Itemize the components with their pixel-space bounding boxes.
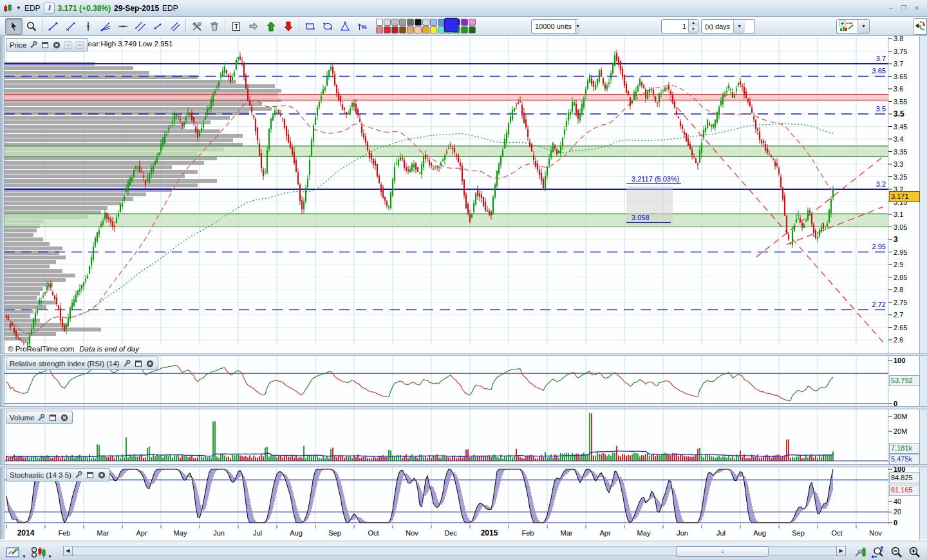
- color-swatch[interactable]: [407, 26, 414, 33]
- color-swatch[interactable]: [391, 19, 398, 26]
- settings-tools-tool-button[interactable]: [188, 18, 205, 35]
- color-swatch[interactable]: [407, 19, 414, 26]
- arrow-right-tool-button[interactable]: [245, 18, 262, 35]
- add-indicator-button[interactable]: ▼: [836, 19, 870, 33]
- stochastic-panel-title: Stochastic (14 3 5): [10, 471, 71, 479]
- close-icon[interactable]: [60, 413, 69, 422]
- parallel-lines-tool-button[interactable]: [166, 18, 183, 35]
- selected-color-swatch[interactable]: [444, 18, 458, 32]
- units-select[interactable]: 10000 units▼: [531, 19, 579, 33]
- sidebar-toggle-button[interactable]: [913, 18, 927, 35]
- info-icon[interactable]: i: [44, 3, 55, 14]
- arrow-up-icon: [265, 21, 277, 32]
- color-swatch[interactable]: [376, 19, 383, 26]
- arrow-down-tool-button[interactable]: [279, 18, 297, 35]
- scrollbar-track[interactable]: ≡: [73, 546, 836, 556]
- pointer-tool-button[interactable]: [5, 18, 23, 35]
- color-swatch[interactable]: [376, 26, 383, 33]
- pointer-icon: [8, 21, 20, 32]
- scroll-right-icon[interactable]: ▶: [836, 546, 846, 556]
- window-icon[interactable]: [134, 359, 143, 368]
- channel-tool-button[interactable]: [131, 18, 149, 35]
- window-controls: –❐✕: [886, 4, 927, 13]
- scroll-left-icon[interactable]: ◀: [63, 546, 73, 556]
- wrench-icon[interactable]: [122, 359, 131, 368]
- svg-text:3.55: 3.55: [894, 98, 907, 106]
- scrollbar-thumb[interactable]: ≡: [676, 546, 769, 557]
- arrow-up-tool-button[interactable]: [262, 18, 279, 35]
- color-swatch[interactable]: [430, 26, 437, 33]
- move-panel-up-icon[interactable]: [75, 41, 84, 49]
- color-swatch[interactable]: [422, 26, 429, 33]
- short-segment-tool-button[interactable]: [149, 18, 166, 35]
- period-count-stepper[interactable]: 1▲▼: [661, 19, 698, 33]
- svg-text:3.25: 3.25: [894, 173, 907, 181]
- volume-panel-header: Volume: [6, 411, 73, 424]
- color-swatch[interactable]: [415, 26, 422, 33]
- color-swatch[interactable]: [399, 19, 406, 26]
- color-swatch[interactable]: [422, 19, 429, 26]
- wrench-icon[interactable]: [37, 413, 46, 422]
- window-icon[interactable]: [48, 413, 57, 422]
- copyright-note: © ProRealTime.comData is end of day: [8, 345, 139, 353]
- trash-tool-button[interactable]: [205, 18, 223, 35]
- color-swatch[interactable]: [391, 26, 398, 33]
- zoom-in-icon[interactable]: [905, 543, 923, 559]
- fan-lines-tool-button[interactable]: [97, 18, 114, 35]
- window-icon[interactable]: [41, 41, 50, 49]
- wrench-icon[interactable]: [74, 471, 83, 479]
- svg-text:3.6: 3.6: [894, 85, 903, 93]
- horizontal-line-tool-button[interactable]: [114, 18, 131, 35]
- panel-splitter[interactable]: [0, 406, 927, 409]
- minimize-window-icon[interactable]: –: [886, 4, 896, 13]
- trendline-tool-button[interactable]: [44, 18, 62, 35]
- period-unit-select[interactable]: (x) days▼: [701, 19, 755, 33]
- color-swatch[interactable]: [415, 19, 422, 26]
- triangle-tool-button[interactable]: [336, 18, 353, 35]
- zoom-icon: [26, 21, 37, 32]
- percent-measure-tool-button[interactable]: %: [353, 18, 371, 35]
- zoom-vertical-icon[interactable]: [869, 543, 887, 559]
- symbol-dropdown-caret[interactable]: ▼: [16, 5, 21, 11]
- wrench-icon[interactable]: [29, 41, 38, 49]
- svg-text:Aug: Aug: [753, 529, 766, 537]
- svg-text:3.45: 3.45: [894, 123, 907, 131]
- svg-text:T: T: [234, 23, 238, 30]
- ellipse-tool-button[interactable]: [319, 18, 336, 35]
- color-swatch[interactable]: [461, 19, 468, 26]
- color-swatch[interactable]: [384, 26, 391, 33]
- close-icon[interactable]: [145, 359, 154, 368]
- segment-tool-button[interactable]: [62, 18, 79, 35]
- text-note-tool-button[interactable]: T: [227, 18, 245, 35]
- close-icon[interactable]: [97, 471, 106, 479]
- svg-text:Feb: Feb: [522, 529, 534, 537]
- year-range-info: Year:High 3.749 Low 2.951: [84, 40, 173, 48]
- move-panel-down-icon[interactable]: [64, 41, 73, 49]
- bar-style-button[interactable]: ▼: [28, 543, 54, 559]
- export-chart-button[interactable]: ▼: [4, 543, 28, 559]
- color-swatch[interactable]: [469, 19, 476, 26]
- color-swatch[interactable]: [384, 19, 391, 26]
- window-icon[interactable]: [86, 471, 95, 479]
- color-swatch[interactable]: [461, 26, 468, 33]
- svg-text:40: 40: [894, 498, 901, 505]
- panel-splitter[interactable]: [0, 464, 927, 467]
- zoom-out-icon[interactable]: [887, 543, 905, 559]
- vertical-line-tool-button[interactable]: [79, 18, 97, 35]
- units-value: 10000 units: [532, 23, 575, 30]
- selection-low-label[interactable]: 3.058: [626, 214, 671, 223]
- fit-candles-icon[interactable]: [852, 543, 869, 559]
- zoom-tool-button[interactable]: [23, 18, 40, 35]
- svg-text:2.85: 2.85: [894, 274, 907, 281]
- last-price-tag: 3.171: [889, 191, 920, 202]
- rectangle-tool-button[interactable]: [301, 18, 319, 35]
- restore-window-icon[interactable]: ❐: [899, 4, 909, 13]
- close-window-icon[interactable]: ✕: [912, 4, 922, 13]
- color-swatch[interactable]: [430, 19, 437, 26]
- svg-text:Mar: Mar: [97, 529, 109, 537]
- panel-splitter[interactable]: [0, 353, 927, 356]
- close-icon[interactable]: [52, 41, 61, 49]
- color-swatch[interactable]: [469, 26, 476, 33]
- selection-high-label[interactable]: 3.2117 (5.03%): [626, 175, 681, 184]
- color-swatch[interactable]: [399, 26, 406, 33]
